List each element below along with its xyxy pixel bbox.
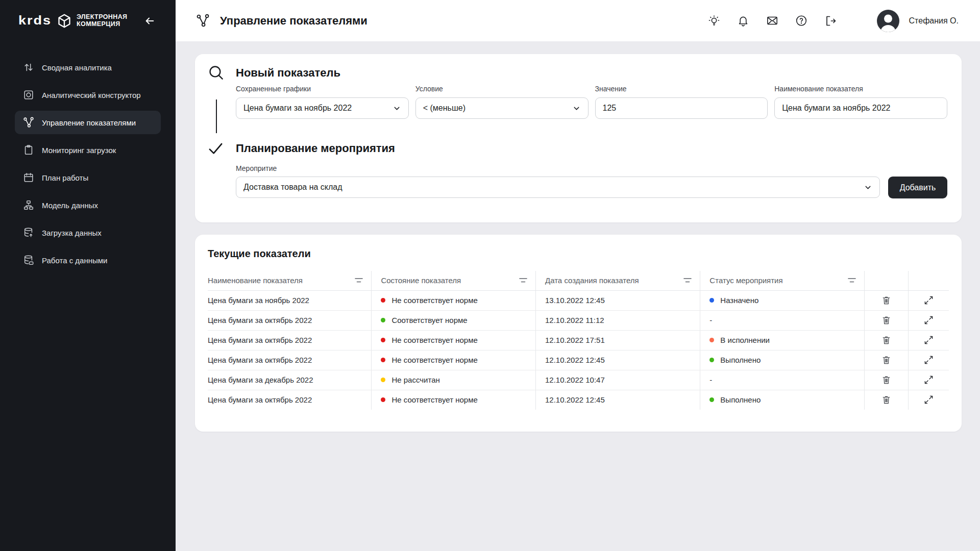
indicator-name-input[interactable] xyxy=(774,97,947,119)
trash-icon xyxy=(881,355,891,365)
user-menu[interactable]: Стефания О. xyxy=(876,9,959,33)
event-label: Меропритие xyxy=(236,164,277,172)
chevron-down-icon xyxy=(393,104,401,113)
indicator-name-cell: Цена бумаги за декабрь 2022 xyxy=(208,370,372,390)
indicator-date-cell: 12.10.2022 10:47 xyxy=(536,370,700,390)
sidebar-item-data-upload[interactable]: Загрузка данных xyxy=(15,221,161,244)
check-icon xyxy=(208,141,224,159)
expand-button[interactable] xyxy=(921,373,936,387)
sidebar-item-label: Управление показателями xyxy=(42,118,136,127)
saved-charts-label: Сохраненные графики xyxy=(236,85,409,93)
sidebar-nav: Сводная аналитика Аналитический конструк… xyxy=(0,41,176,276)
calendar-icon xyxy=(22,171,35,184)
expand-button[interactable] xyxy=(921,313,936,328)
sidebar-collapse-button[interactable] xyxy=(144,15,155,27)
event-status-cell: - xyxy=(700,370,865,390)
mail-icon[interactable] xyxy=(766,15,778,27)
new-indicator-card: Новый показатель Сохраненные графики Цен… xyxy=(195,54,962,222)
sidebar-item-label: Модель данных xyxy=(42,201,98,210)
logout-icon[interactable] xyxy=(824,15,837,27)
sidebar-item-label: Работа с данными xyxy=(42,256,107,265)
brand-text: ЭЛЕКТРОННАЯ КОММЕРЦИЯ xyxy=(77,14,127,28)
saved-charts-select[interactable]: Цена бумаги за ноябрь 2022 xyxy=(236,97,409,119)
stepper-line xyxy=(216,99,217,133)
table-row: Цена бумаги за октябрь 2022 Не соответст… xyxy=(208,390,949,410)
indicator-state-cell: Не соответствует норме xyxy=(372,390,536,410)
event-status-cell: Выполнено xyxy=(700,390,865,410)
state-dot xyxy=(381,318,385,322)
trash-icon xyxy=(881,315,891,325)
filter-icon[interactable] xyxy=(355,278,363,283)
column-header-delete xyxy=(864,271,908,290)
indicator-date-cell: 12.10.2022 17:51 xyxy=(536,330,700,350)
sidebar: krds ЭЛЕКТРОННАЯ КОММЕРЦИЯ Сводная анали… xyxy=(0,0,176,551)
brand-name: krds xyxy=(18,13,52,28)
arrow-left-icon xyxy=(144,15,155,27)
brand-line1: ЭЛЕКТРОННАЯ xyxy=(77,13,127,20)
condition-value: < (меньше) xyxy=(423,104,465,113)
sidebar-item-data-model[interactable]: Модель данных xyxy=(15,193,161,217)
current-indicators-card: Текущие показатели Наименование показате… xyxy=(195,235,962,432)
column-header-date: Дата создания показателя xyxy=(545,276,639,285)
database-sql-icon xyxy=(22,254,35,266)
state-dot xyxy=(381,338,385,342)
brand-line2: КОММЕРЦИЯ xyxy=(77,20,120,28)
frame-circle-icon xyxy=(22,89,35,101)
sidebar-item-indicator-management[interactable]: Управление показателями xyxy=(15,111,161,134)
content: Новый показатель Сохраненные графики Цен… xyxy=(176,41,980,551)
sidebar-item-label: Аналитический конструктор xyxy=(42,91,141,99)
indicator-state-cell: Не рассчитан xyxy=(372,370,536,390)
hierarchy-icon xyxy=(22,199,35,211)
trash-icon xyxy=(881,395,891,405)
condition-select[interactable]: < (меньше) xyxy=(415,97,589,119)
filter-icon[interactable] xyxy=(683,278,692,283)
cube-logo-icon xyxy=(57,13,72,29)
expand-button[interactable] xyxy=(921,393,936,407)
saved-charts-value: Цена бумаги за ноябрь 2022 xyxy=(243,104,352,113)
indicator-name-cell: Цена бумаги за ноябрь 2022 xyxy=(208,290,372,310)
sidebar-item-download-monitoring[interactable]: Мониторинг загрузок xyxy=(15,138,161,162)
delete-button[interactable] xyxy=(879,353,893,367)
expand-icon xyxy=(924,395,934,405)
expand-button[interactable] xyxy=(921,333,936,347)
indicators-table: Наименование показателя Состояние показа… xyxy=(208,271,949,410)
status-dot xyxy=(709,397,714,402)
state-dot xyxy=(381,397,385,402)
delete-button[interactable] xyxy=(879,393,893,407)
help-icon[interactable] xyxy=(795,15,807,27)
indicator-name-cell: Цена бумаги за октябрь 2022 xyxy=(208,330,372,350)
indicator-state-cell: Не соответствует норме xyxy=(372,330,536,350)
sidebar-item-analytic-constructor[interactable]: Аналитический конструктор xyxy=(15,83,161,107)
expand-button[interactable] xyxy=(921,293,936,308)
expand-icon xyxy=(924,375,934,385)
delete-button[interactable] xyxy=(879,373,893,387)
value-input[interactable] xyxy=(595,97,768,119)
delete-button[interactable] xyxy=(879,313,893,328)
sidebar-item-data-work[interactable]: Работа с данными xyxy=(15,248,161,272)
state-dot xyxy=(381,378,385,382)
user-name: Стефания О. xyxy=(909,16,959,26)
idea-icon[interactable] xyxy=(708,15,720,27)
delete-button[interactable] xyxy=(879,333,893,347)
indicator-name-label: Наименование показателя xyxy=(774,85,947,93)
column-header-name: Наименование показателя xyxy=(208,276,303,285)
status-dot xyxy=(709,338,714,342)
event-status-cell: Выполнено xyxy=(700,350,865,370)
expand-button[interactable] xyxy=(921,353,936,367)
avatar xyxy=(876,9,900,33)
state-dot xyxy=(381,298,385,303)
bell-icon[interactable] xyxy=(737,15,749,27)
table-row: Цена бумаги за декабрь 2022 Не рассчитан… xyxy=(208,370,949,390)
event-status-cell: Назначено xyxy=(700,290,865,310)
filter-icon[interactable] xyxy=(519,278,527,283)
sidebar-item-work-plan[interactable]: План работы xyxy=(15,166,161,189)
add-button[interactable]: Добавить xyxy=(888,177,947,198)
delete-button[interactable] xyxy=(879,293,893,308)
filter-icon[interactable] xyxy=(848,278,856,283)
event-value: Доставка товара на склад xyxy=(243,183,342,192)
share-nodes-icon xyxy=(22,116,35,129)
indicator-name-cell: Цена бумаги за октябрь 2022 xyxy=(208,350,372,370)
table-row: Цена бумаги за октябрь 2022 Не соответст… xyxy=(208,330,949,350)
sidebar-item-summary-analytics[interactable]: Сводная аналитика xyxy=(15,56,161,79)
event-select[interactable]: Доставка товара на склад xyxy=(236,177,880,198)
